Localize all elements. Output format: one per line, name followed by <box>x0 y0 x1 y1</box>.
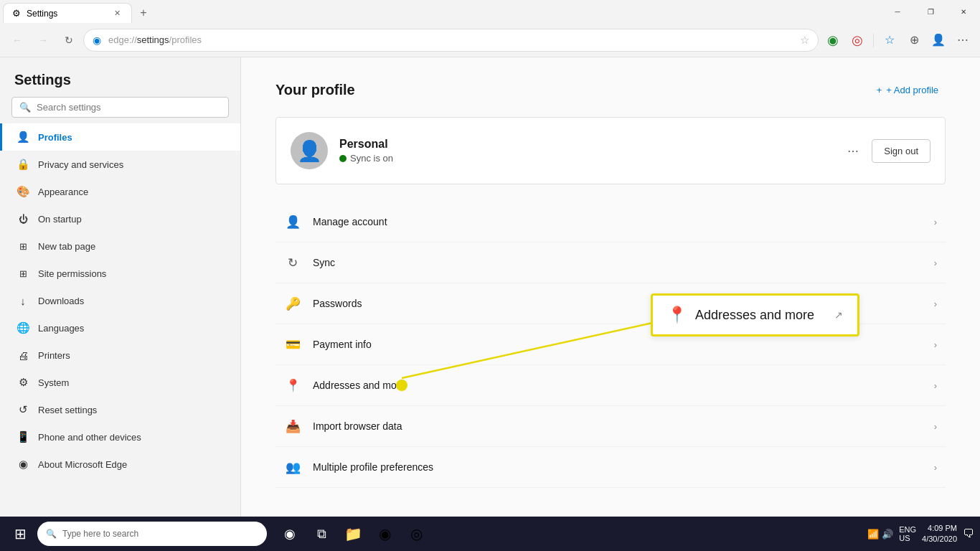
tab-close-button[interactable]: ✕ <box>111 8 123 19</box>
tab-label: Settings <box>27 9 57 19</box>
taskbar-search-icon: 🔍 <box>46 529 57 539</box>
about-icon: ◉ <box>17 458 29 471</box>
taskbar-search-box[interactable]: 🔍 Type here to search <box>37 522 267 546</box>
sync-icon: ↻ <box>284 254 301 271</box>
tooltip-label: Addresses and more <box>695 308 814 323</box>
page-title: Your profile <box>275 82 355 98</box>
sidebar-item-about[interactable]: ◉ About Microsoft Edge <box>0 451 240 478</box>
passwords-icon: 🔑 <box>284 295 301 312</box>
sidebar-item-label: Reset settings <box>38 405 97 415</box>
reset-icon: ↺ <box>17 403 29 416</box>
sidebar-item-reset[interactable]: ↺ Reset settings <box>0 396 240 423</box>
sidebar-item-newtab[interactable]: ⊞ New tab page <box>0 232 240 260</box>
titlebar: ⚙ Settings ✕ + ─ ❐ ✕ <box>0 0 980 23</box>
import-icon: 📥 <box>284 418 301 435</box>
permissions-icon: ⊞ <box>17 267 29 280</box>
newtab-icon: ⊞ <box>17 240 29 253</box>
sidebar-item-downloads[interactable]: ↓ Downloads <box>0 287 240 314</box>
account-icon[interactable]: 👤 <box>927 29 950 52</box>
sidebar-item-startup[interactable]: ⏻ On startup <box>0 205 240 232</box>
taskbar-lang: ENG US <box>899 525 916 542</box>
search-input[interactable] <box>37 102 221 113</box>
settings-item-manage[interactable]: 👤 Manage account › <box>275 202 946 242</box>
settings-item-addresses[interactable]: 📍 Addresses and more › 📍 Addresses and m… <box>275 365 946 406</box>
sidebar-item-appearance[interactable]: 🎨 Appearance <box>0 178 240 205</box>
forward-button[interactable]: → <box>32 29 55 52</box>
volume-icon: 🔊 <box>882 529 893 540</box>
maximize-button[interactable]: ❐ <box>914 0 947 23</box>
tooltip-box: 📍 Addresses and more ↗ <box>651 293 859 336</box>
taskbar-chrome-button[interactable]: ◎ <box>402 519 430 548</box>
payment-icon: 💳 <box>284 336 301 353</box>
sidebar-item-phone[interactable]: 📱 Phone and other devices <box>0 423 240 451</box>
add-profile-label: + Add profile <box>886 85 938 95</box>
sidebar-item-label: Privacy and services <box>38 159 123 170</box>
tooltip-icon: 📍 <box>667 306 687 324</box>
sidebar-item-privacy[interactable]: 🔒 Privacy and services <box>0 151 240 178</box>
sidebar-item-label: About Microsoft Edge <box>38 459 127 470</box>
star-icon[interactable]: ☆ <box>800 34 809 47</box>
active-tab[interactable]: ⚙ Settings ✕ <box>3 3 132 23</box>
settings-item-multiprofile[interactable]: 👥 Multiple profile preferences › <box>275 447 946 488</box>
tab-strip: ⚙ Settings ✕ + <box>0 0 154 23</box>
manage-account-icon: 👤 <box>284 213 301 230</box>
settings-item-label: Manage account <box>313 216 934 227</box>
chevron-icon: › <box>934 298 937 309</box>
opera-icon[interactable]: ◎ <box>846 29 869 52</box>
start-button[interactable]: ⊞ <box>6 519 34 548</box>
notification-icon[interactable]: 🗨 <box>963 527 974 540</box>
sidebar-item-system[interactable]: ⚙ System <box>0 369 240 396</box>
collections-icon[interactable]: ☆ <box>878 29 901 52</box>
new-tab-button[interactable]: + <box>133 3 154 23</box>
settings-item-sync[interactable]: ↻ Sync › <box>275 242 946 283</box>
chevron-icon: › <box>934 380 937 391</box>
sidebar-item-profiles[interactable]: 👤 Profiles <box>0 123 240 151</box>
profile-sync: Sync is on <box>339 153 842 164</box>
sidebar-item-languages[interactable]: 🌐 Languages <box>0 314 240 342</box>
taskbar-cortana-button[interactable]: ◉ <box>275 519 304 548</box>
taskbar-right: 📶 🔊 ENG US 4:09 PM 4/30/2020 🗨 <box>867 523 974 545</box>
taskbar-edge-button[interactable]: ◉ <box>370 519 399 548</box>
taskbar-icons: ◉ ⧉ 📁 ◉ ◎ <box>275 519 430 548</box>
edge-icon[interactable]: ◉ <box>821 29 844 52</box>
chevron-icon: › <box>934 217 937 227</box>
refresh-button[interactable]: ↻ <box>57 29 80 52</box>
settings-list: 👤 Manage account › ↻ Sync › 🔑 Passwords … <box>275 202 946 488</box>
settings-item-import[interactable]: 📥 Import browser data › <box>275 406 946 447</box>
system-icon: ⚙ <box>17 376 29 389</box>
taskbar-file-explorer-button[interactable]: 📁 <box>339 519 367 548</box>
titlebar-left: ⚙ Settings ✕ + <box>0 0 154 23</box>
page-header: Your profile + + Add profile <box>275 80 946 100</box>
chevron-icon: › <box>934 258 937 268</box>
profile-more-button[interactable]: ⋯ <box>842 139 864 162</box>
sidebar-item-label: Printers <box>38 350 70 361</box>
avatar: 👤 <box>291 132 328 169</box>
settings-item-label: Multiple profile preferences <box>313 461 934 473</box>
sync-status-dot <box>339 155 347 162</box>
taskbar-taskview-button[interactable]: ⧉ <box>307 519 336 548</box>
extensions-icon[interactable]: ⊕ <box>903 29 925 52</box>
settings-item-label: Import browser data <box>313 420 934 432</box>
profile-actions: ⋯ Sign out <box>842 139 930 163</box>
settings-item-label: Payment info <box>313 339 934 350</box>
search-box[interactable]: 🔍 <box>11 97 229 118</box>
tab-favicon: ⚙ <box>12 8 21 19</box>
sidebar-item-label: On startup <box>38 214 82 225</box>
minimize-button[interactable]: ─ <box>881 0 914 23</box>
close-button[interactable]: ✕ <box>947 0 980 23</box>
downloads-icon: ↓ <box>17 294 29 307</box>
sign-out-button[interactable]: Sign out <box>872 139 930 163</box>
more-button[interactable]: ⋯ <box>951 29 974 52</box>
sidebar-item-printers[interactable]: 🖨 Printers <box>0 342 240 369</box>
sidebar-item-label: System <box>38 377 69 388</box>
add-profile-button[interactable]: + + Add profile <box>870 80 946 100</box>
external-link-icon: ↗ <box>834 309 843 321</box>
address-bar[interactable]: ◉ edge://settings/profiles ☆ <box>83 29 819 52</box>
back-button[interactable]: ← <box>6 29 29 52</box>
addresses-icon: 📍 <box>284 377 301 394</box>
sidebar-item-permissions[interactable]: ⊞ Site permissions <box>0 260 240 287</box>
taskbar-clock[interactable]: 4:09 PM 4/30/2020 <box>922 523 957 545</box>
main-panel: Your profile + + Add profile 👤 Personal … <box>241 57 980 517</box>
sidebar: Settings 🔍 👤 Profiles 🔒 Privacy and serv… <box>0 57 241 517</box>
printers-icon: 🖨 <box>17 349 29 362</box>
